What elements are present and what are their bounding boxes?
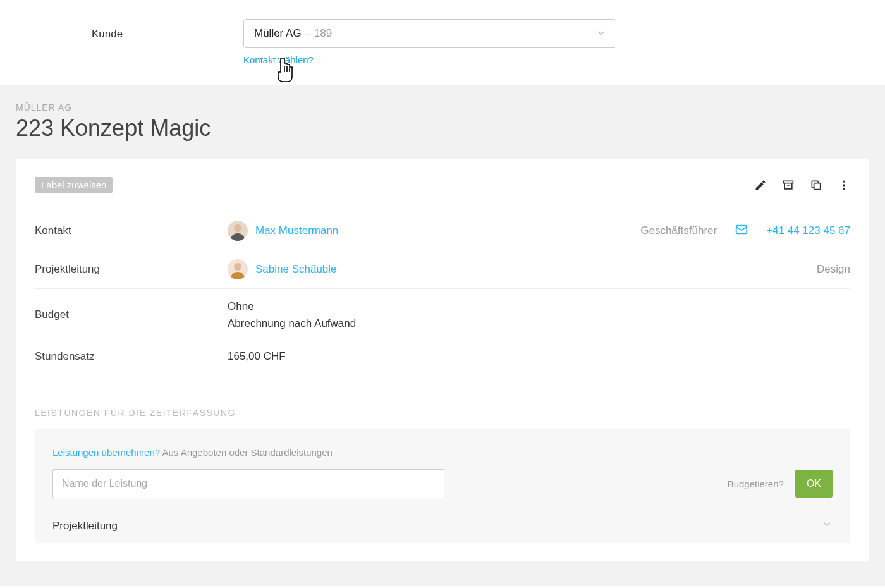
contact-label: Kontakt xyxy=(35,224,228,237)
budget-line1: Ohne xyxy=(228,300,254,312)
chevron-down-icon xyxy=(821,518,833,533)
contact-row: Kontakt Max Mustermann Geschäftsführer +… xyxy=(35,212,850,250)
budget-label: Budget xyxy=(35,309,228,321)
customer-select[interactable]: Müller AG – 189 xyxy=(243,19,616,48)
service-item[interactable]: Projektleitung xyxy=(52,515,833,537)
project-detail-section: MÜLLER AG 223 Konzept Magic Label zuweis… xyxy=(0,85,885,586)
assign-label-button[interactable]: Label zuweisen xyxy=(35,177,113,193)
card-toolbar xyxy=(754,179,850,192)
chevron-down-icon xyxy=(595,27,607,41)
lead-label: Projektleitung xyxy=(35,263,228,276)
card-header: Label zuweisen xyxy=(35,177,850,193)
services-section-title: LEISTUNGEN FÜR DIE ZEITERFASSUNG xyxy=(35,408,850,418)
archive-icon[interactable] xyxy=(782,179,795,192)
budget-value: Ohne Abrechnung nach Aufwand xyxy=(228,298,850,332)
client-name: MÜLLER AG xyxy=(16,102,869,113)
service-input-row: Budgetieren? OK xyxy=(52,469,833,498)
contact-role: Geschäftsführer xyxy=(640,224,717,237)
ok-button[interactable]: OK xyxy=(795,470,833,498)
project-title: 223 Konzept Magic xyxy=(16,115,869,142)
choose-contact-link[interactable]: Kontakt wählen? xyxy=(243,54,314,65)
edit-icon[interactable] xyxy=(754,179,767,192)
budget-question-link[interactable]: Budgetieren? xyxy=(728,479,784,489)
customer-form-row: Kunde Müller AG – 189 Kontakt wählen? xyxy=(0,0,885,85)
rate-row: Stundensatz 165,00 CHF xyxy=(35,341,850,372)
contact-value: Max Mustermann Geschäftsführer +41 44 12… xyxy=(228,221,850,241)
lead-value: Sabine Schäuble Design xyxy=(228,259,850,279)
service-name-input[interactable] xyxy=(52,469,444,498)
customer-select-value: Müller AG xyxy=(254,27,302,40)
svg-point-7 xyxy=(843,184,845,186)
copy-icon[interactable] xyxy=(810,179,822,192)
customer-field-wrapper: Müller AG – 189 Kontakt wählen? xyxy=(243,19,616,66)
project-card: Label zuweisen Kontakt M xyxy=(16,159,869,561)
contact-name-link[interactable]: Max Mustermann xyxy=(255,224,338,237)
lead-department: Design xyxy=(817,263,850,276)
svg-point-8 xyxy=(843,188,845,190)
budget-row: Budget Ohne Abrechnung nach Aufwand xyxy=(35,289,850,341)
svg-rect-5 xyxy=(814,183,821,189)
avatar xyxy=(228,259,248,279)
services-hint: Leistungen übernehmen? Aus Angeboten ode… xyxy=(52,447,833,458)
services-hint-link[interactable]: Leistungen übernehmen? xyxy=(52,447,160,458)
lead-right: Design xyxy=(817,263,850,276)
rate-label: Stundensatz xyxy=(35,350,228,363)
lead-row: Projektleitung Sabine Schäuble Design xyxy=(35,250,850,289)
svg-rect-3 xyxy=(784,181,793,183)
rate-value: 165,00 CHF xyxy=(228,350,850,363)
services-hint-gray: Aus Angeboten oder Standardleistungen xyxy=(162,447,332,458)
avatar xyxy=(228,221,248,241)
budget-line2: Abrechnung nach Aufwand xyxy=(228,317,356,329)
service-item-label: Projektleitung xyxy=(52,520,118,532)
lead-name-link[interactable]: Sabine Schäuble xyxy=(255,263,337,276)
customer-label: Kunde xyxy=(0,19,243,40)
mail-icon[interactable] xyxy=(735,223,748,240)
more-icon[interactable] xyxy=(838,179,850,192)
contact-right: Geschäftsführer +41 44 123 45 67 xyxy=(640,223,850,240)
customer-select-suffix: – 189 xyxy=(305,27,333,40)
contact-phone-link[interactable]: +41 44 123 45 67 xyxy=(766,224,850,237)
svg-point-6 xyxy=(843,180,845,182)
services-panel: Leistungen übernehmen? Aus Angeboten ode… xyxy=(35,429,850,543)
